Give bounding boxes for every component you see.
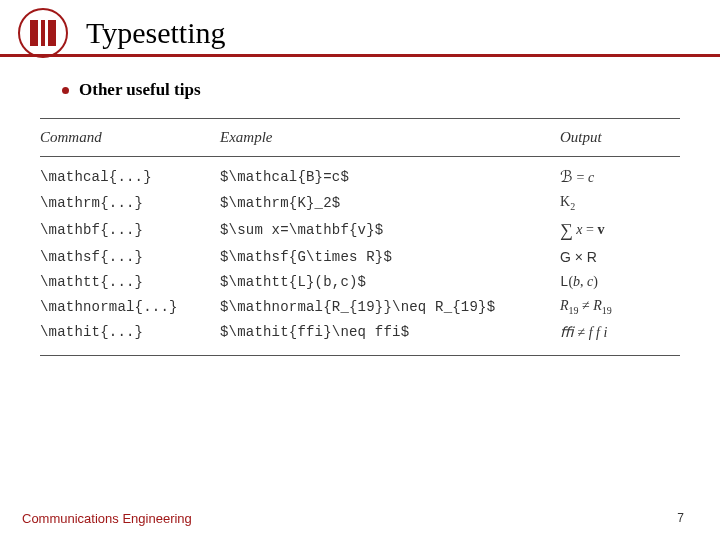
table-header-row: Command Example Output (40, 119, 680, 156)
table-row: \mathcal{...}$\mathcal{B}=c$ℬ = c (40, 163, 680, 190)
cell-command: \mathrm{...} (40, 195, 220, 211)
commands-table: Command Example Output \mathcal{...}$\ma… (40, 118, 680, 356)
cell-command: \mathtt{...} (40, 274, 220, 290)
table-row: \mathsf{...}$\mathsf{G\times R}$G × R (40, 245, 680, 270)
header-example: Example (220, 129, 560, 146)
cell-command: \mathit{...} (40, 324, 220, 340)
table-row: \mathnormal{...}$\mathnormal{R_{19}}\neq… (40, 294, 680, 320)
cell-command: \mathbf{...} (40, 222, 220, 238)
cell-output: R19 ≠ R19 (560, 298, 680, 316)
cell-example: $\mathrm{K}_2$ (220, 195, 560, 211)
cell-output: G × R (560, 249, 680, 266)
header-command: Command (40, 129, 220, 146)
university-logo (18, 8, 68, 58)
cell-example: $\mathit{ffi}\neq ffi$ (220, 324, 560, 340)
cell-example: $\mathsf{G\times R}$ (220, 249, 560, 265)
cell-example: $\mathtt{L}(b,c)$ (220, 274, 560, 290)
bullet-item: Other useful tips (62, 80, 720, 100)
cell-output: ﬃ ≠ f f i (560, 324, 680, 341)
cell-command: \mathcal{...} (40, 169, 220, 185)
cell-command: \mathsf{...} (40, 249, 220, 265)
table-row: \mathbf{...}$\sum x=\mathbf{v}$∑ x = v (40, 216, 680, 245)
footer-department: Communications Engineering (22, 511, 192, 526)
table-row: \mathit{...}$\mathit{ffi}\neq ffi$ﬃ ≠ f … (40, 320, 680, 345)
slide-header: Typesetting (0, 0, 720, 58)
cell-output: ∑ x = v (560, 220, 680, 241)
page-number: 7 (677, 511, 684, 526)
slide-footer: Communications Engineering 7 (0, 511, 720, 526)
bullet-text: Other useful tips (79, 80, 201, 100)
table-body: \mathcal{...}$\mathcal{B}=c$ℬ = c\mathrm… (40, 157, 680, 355)
cell-output: ℬ = c (560, 167, 680, 186)
bullet-icon (62, 87, 69, 94)
cell-output: K2 (560, 194, 680, 212)
cell-command: \mathnormal{...} (40, 299, 220, 315)
header-output: Output (560, 129, 680, 146)
table-row: \mathtt{...}$\mathtt{L}(b,c)$L(b, c) (40, 270, 680, 294)
cell-example: $\mathcal{B}=c$ (220, 169, 560, 185)
table-bottom-rule (40, 355, 680, 356)
slide-title: Typesetting (86, 16, 226, 50)
title-underline (0, 54, 720, 57)
cell-output: L(b, c) (560, 274, 680, 290)
table-row: \mathrm{...}$\mathrm{K}_2$K2 (40, 190, 680, 216)
cell-example: $\sum x=\mathbf{v}$ (220, 222, 560, 238)
cell-example: $\mathnormal{R_{19}}\neq R_{19}$ (220, 299, 560, 315)
